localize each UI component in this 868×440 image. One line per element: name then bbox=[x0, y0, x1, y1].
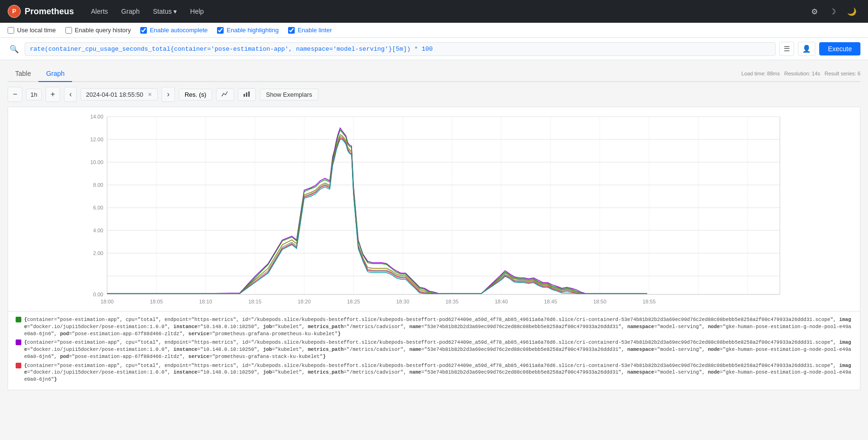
legend-area: {container="pose-estimation-app", cpu="t… bbox=[8, 312, 860, 390]
datetime-value: 2024-04-01 18:55:50 bbox=[86, 91, 143, 98]
legend-color-3 bbox=[16, 363, 21, 368]
enable-autocomplete-checkbox[interactable] bbox=[140, 27, 147, 34]
next-time-button[interactable]: › bbox=[162, 87, 174, 102]
legend-item-2[interactable]: {container="pose-estimation-app", cpu="t… bbox=[16, 339, 852, 360]
graph-controls: − 1h + ‹ 2024-04-01 18:55:50 × › Res. (s… bbox=[8, 82, 860, 107]
line-chart-button[interactable] bbox=[216, 88, 234, 101]
svg-text:10.00: 10.00 bbox=[90, 159, 103, 165]
svg-text:18:55: 18:55 bbox=[642, 299, 656, 304]
status-dropdown-icon: ▾ bbox=[173, 8, 177, 15]
svg-rect-4 bbox=[248, 92, 250, 97]
enable-highlighting-checkbox[interactable] bbox=[217, 27, 224, 34]
increase-range-button[interactable]: + bbox=[45, 87, 60, 102]
query-bar: 🔍 ☰ 👤 Execute bbox=[0, 38, 868, 60]
brand-name: Prometheus bbox=[25, 7, 74, 17]
load-time: Load time: 88ms bbox=[741, 71, 780, 76]
moon-icon-button[interactable]: 🌙 bbox=[843, 4, 860, 19]
legend-text-2: {container="pose-estimation-app", cpu="t… bbox=[24, 339, 852, 360]
prev-time-button[interactable]: ‹ bbox=[64, 87, 77, 102]
svg-text:18:25: 18:25 bbox=[347, 299, 360, 304]
navbar-right: ⚙ ☽ 🌙 bbox=[807, 4, 860, 19]
range-label: 1h bbox=[26, 89, 41, 101]
chart-svg: 14.00 12.00 10.00 8.00 6.00 4.00 2.00 0.… bbox=[8, 107, 860, 311]
half-moon-icon-button[interactable]: ☽ bbox=[825, 4, 840, 19]
svg-rect-2 bbox=[244, 94, 245, 97]
prometheus-logo-icon: P bbox=[8, 5, 21, 18]
navbar: P Prometheus Alerts Graph Status ▾ Help … bbox=[0, 0, 868, 23]
enable-linter-label: Enable linter bbox=[298, 27, 332, 34]
svg-text:18:00: 18:00 bbox=[100, 299, 114, 304]
enable-linter-checkbox[interactable] bbox=[288, 27, 295, 34]
use-local-time-option[interactable]: Use local time bbox=[8, 27, 56, 34]
enable-query-history-option[interactable]: Enable query history bbox=[65, 27, 131, 34]
svg-text:18:40: 18:40 bbox=[495, 299, 508, 304]
enable-autocomplete-label: Enable autocomplete bbox=[150, 27, 208, 34]
use-local-time-checkbox[interactable] bbox=[8, 27, 14, 34]
legend-color-2 bbox=[16, 339, 21, 345]
legend-color-1 bbox=[16, 317, 21, 322]
datetime-display: 2024-04-01 18:55:50 × bbox=[81, 88, 158, 101]
resolution-button[interactable]: Res. (s) bbox=[179, 89, 213, 101]
chart-container: 14.00 12.00 10.00 8.00 6.00 4.00 2.00 0.… bbox=[8, 107, 860, 312]
tabs-row: Table Graph Load time: 88ms Resolution: … bbox=[8, 66, 860, 82]
nav-help[interactable]: Help bbox=[184, 4, 209, 19]
nav-alerts[interactable]: Alerts bbox=[85, 4, 114, 19]
query-input[interactable] bbox=[25, 42, 776, 56]
line-chart-icon bbox=[221, 91, 229, 99]
svg-text:6.00: 6.00 bbox=[93, 205, 103, 211]
legend-item-1[interactable]: {container="pose-estimation-app", cpu="t… bbox=[16, 316, 852, 337]
options-bar: Use local time Enable query history Enab… bbox=[0, 23, 868, 38]
svg-text:18:45: 18:45 bbox=[544, 299, 557, 304]
result-series: Result series: 6 bbox=[824, 71, 860, 76]
tab-table[interactable]: Table bbox=[8, 66, 38, 82]
svg-text:2.00: 2.00 bbox=[93, 250, 103, 256]
svg-text:12.00: 12.00 bbox=[90, 137, 103, 142]
nav-graph[interactable]: Graph bbox=[116, 4, 145, 19]
legend-text-3: {container="pose-estimation-app", cpu="t… bbox=[24, 362, 852, 383]
svg-text:0.00: 0.00 bbox=[93, 292, 103, 297]
svg-text:18:50: 18:50 bbox=[593, 299, 606, 304]
svg-rect-5 bbox=[79, 107, 789, 311]
svg-text:18:05: 18:05 bbox=[150, 299, 163, 304]
svg-text:18:35: 18:35 bbox=[445, 299, 459, 304]
person-icon: 👤 bbox=[802, 45, 811, 53]
svg-rect-3 bbox=[246, 92, 247, 97]
enable-linter-option[interactable]: Enable linter bbox=[288, 27, 332, 34]
brand-link[interactable]: P Prometheus bbox=[8, 5, 74, 18]
svg-text:18:30: 18:30 bbox=[396, 299, 409, 304]
search-icon-button[interactable]: 🔍 bbox=[8, 43, 21, 55]
query-history-button[interactable]: ☰ bbox=[779, 42, 794, 56]
enable-highlighting-option[interactable]: Enable highlighting bbox=[217, 27, 279, 34]
bar-chart-icon bbox=[243, 91, 251, 99]
metric-explorer-button[interactable]: 👤 bbox=[798, 42, 815, 56]
tab-graph[interactable]: Graph bbox=[38, 66, 72, 82]
enable-highlighting-label: Enable highlighting bbox=[226, 27, 279, 34]
svg-text:18:15: 18:15 bbox=[248, 299, 262, 304]
legend-item-3[interactable]: {container="pose-estimation-app", cpu="t… bbox=[16, 362, 852, 383]
show-exemplars-button[interactable]: Show Exemplars bbox=[260, 89, 318, 101]
bar-chart-button[interactable] bbox=[238, 88, 256, 101]
svg-text:8.00: 8.00 bbox=[93, 182, 103, 188]
settings-icon-button[interactable]: ⚙ bbox=[807, 4, 822, 19]
svg-text:4.00: 4.00 bbox=[93, 228, 103, 233]
load-info: Load time: 88ms Resolution: 14s Result s… bbox=[741, 71, 860, 76]
use-local-time-label: Use local time bbox=[17, 27, 56, 34]
legend-text-1: {container="pose-estimation-app", cpu="t… bbox=[24, 316, 852, 337]
execute-button[interactable]: Execute bbox=[819, 42, 860, 55]
nav-links: Alerts Graph Status ▾ Help bbox=[85, 8, 209, 15]
resolution: Resolution: 14s bbox=[784, 71, 820, 76]
svg-text:14.00: 14.00 bbox=[90, 114, 103, 119]
search-icon: 🔍 bbox=[9, 45, 19, 53]
enable-query-history-checkbox[interactable] bbox=[65, 27, 72, 34]
decrease-range-button[interactable]: − bbox=[8, 87, 22, 102]
list-icon: ☰ bbox=[784, 45, 790, 53]
svg-text:P: P bbox=[12, 8, 16, 15]
enable-query-history-label: Enable query history bbox=[75, 27, 131, 34]
nav-status[interactable]: Status ▾ bbox=[147, 4, 183, 19]
svg-text:18:10: 18:10 bbox=[199, 299, 212, 304]
clear-datetime-button[interactable]: × bbox=[147, 91, 153, 98]
enable-autocomplete-option[interactable]: Enable autocomplete bbox=[140, 27, 208, 34]
svg-text:18:20: 18:20 bbox=[298, 299, 311, 304]
main-content: Table Graph Load time: 88ms Resolution: … bbox=[0, 60, 868, 396]
